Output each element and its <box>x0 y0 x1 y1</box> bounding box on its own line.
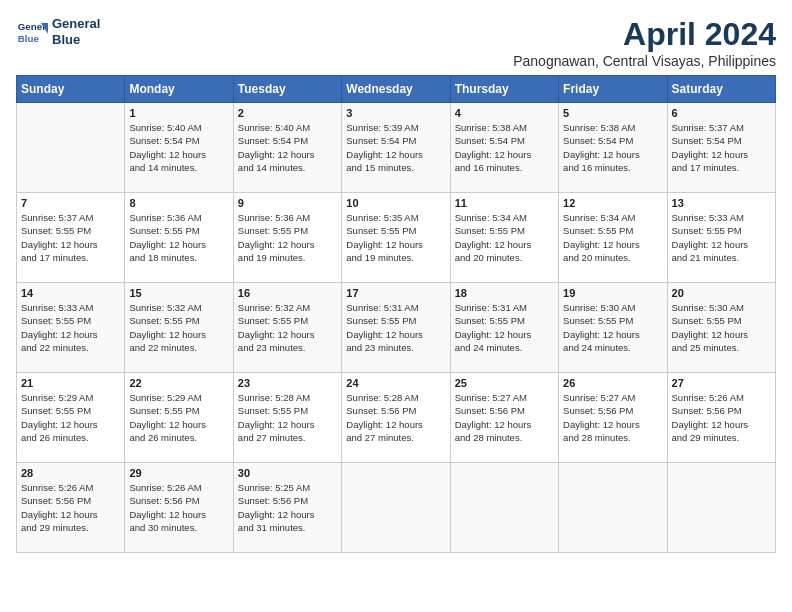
day-cell: 25Sunrise: 5:27 AM Sunset: 5:56 PM Dayli… <box>450 373 558 463</box>
day-number: 20 <box>672 287 771 299</box>
day-cell: 5Sunrise: 5:38 AM Sunset: 5:54 PM Daylig… <box>559 103 667 193</box>
day-info: Sunrise: 5:36 AM Sunset: 5:55 PM Dayligh… <box>129 211 228 264</box>
day-info: Sunrise: 5:33 AM Sunset: 5:55 PM Dayligh… <box>21 301 120 354</box>
day-cell: 24Sunrise: 5:28 AM Sunset: 5:56 PM Dayli… <box>342 373 450 463</box>
day-info: Sunrise: 5:34 AM Sunset: 5:55 PM Dayligh… <box>563 211 662 264</box>
day-number: 14 <box>21 287 120 299</box>
day-info: Sunrise: 5:35 AM Sunset: 5:55 PM Dayligh… <box>346 211 445 264</box>
day-number: 3 <box>346 107 445 119</box>
day-number: 6 <box>672 107 771 119</box>
day-cell: 27Sunrise: 5:26 AM Sunset: 5:56 PM Dayli… <box>667 373 775 463</box>
day-info: Sunrise: 5:32 AM Sunset: 5:55 PM Dayligh… <box>129 301 228 354</box>
day-cell: 30Sunrise: 5:25 AM Sunset: 5:56 PM Dayli… <box>233 463 341 553</box>
day-cell: 19Sunrise: 5:30 AM Sunset: 5:55 PM Dayli… <box>559 283 667 373</box>
day-cell: 18Sunrise: 5:31 AM Sunset: 5:55 PM Dayli… <box>450 283 558 373</box>
day-info: Sunrise: 5:32 AM Sunset: 5:55 PM Dayligh… <box>238 301 337 354</box>
day-info: Sunrise: 5:37 AM Sunset: 5:54 PM Dayligh… <box>672 121 771 174</box>
day-cell: 15Sunrise: 5:32 AM Sunset: 5:55 PM Dayli… <box>125 283 233 373</box>
day-number: 29 <box>129 467 228 479</box>
day-cell: 8Sunrise: 5:36 AM Sunset: 5:55 PM Daylig… <box>125 193 233 283</box>
day-number: 2 <box>238 107 337 119</box>
day-cell: 13Sunrise: 5:33 AM Sunset: 5:55 PM Dayli… <box>667 193 775 283</box>
day-info: Sunrise: 5:40 AM Sunset: 5:54 PM Dayligh… <box>129 121 228 174</box>
day-number: 1 <box>129 107 228 119</box>
day-number: 17 <box>346 287 445 299</box>
day-cell <box>559 463 667 553</box>
day-info: Sunrise: 5:31 AM Sunset: 5:55 PM Dayligh… <box>346 301 445 354</box>
day-number: 15 <box>129 287 228 299</box>
day-info: Sunrise: 5:27 AM Sunset: 5:56 PM Dayligh… <box>455 391 554 444</box>
day-info: Sunrise: 5:40 AM Sunset: 5:54 PM Dayligh… <box>238 121 337 174</box>
day-number: 12 <box>563 197 662 209</box>
day-cell: 22Sunrise: 5:29 AM Sunset: 5:55 PM Dayli… <box>125 373 233 463</box>
day-number: 30 <box>238 467 337 479</box>
day-number: 26 <box>563 377 662 389</box>
day-cell <box>342 463 450 553</box>
title-block: April 2024 Panognawan, Central Visayas, … <box>513 16 776 69</box>
day-info: Sunrise: 5:26 AM Sunset: 5:56 PM Dayligh… <box>21 481 120 534</box>
header-cell-sunday: Sunday <box>17 76 125 103</box>
logo-icon: General Blue <box>16 16 48 48</box>
header-cell-wednesday: Wednesday <box>342 76 450 103</box>
calendar-table: SundayMondayTuesdayWednesdayThursdayFrid… <box>16 75 776 553</box>
month-title: April 2024 <box>513 16 776 53</box>
day-number: 11 <box>455 197 554 209</box>
week-row-5: 28Sunrise: 5:26 AM Sunset: 5:56 PM Dayli… <box>17 463 776 553</box>
day-info: Sunrise: 5:37 AM Sunset: 5:55 PM Dayligh… <box>21 211 120 264</box>
day-number: 8 <box>129 197 228 209</box>
day-number: 24 <box>346 377 445 389</box>
day-info: Sunrise: 5:29 AM Sunset: 5:55 PM Dayligh… <box>129 391 228 444</box>
day-cell: 7Sunrise: 5:37 AM Sunset: 5:55 PM Daylig… <box>17 193 125 283</box>
day-cell: 28Sunrise: 5:26 AM Sunset: 5:56 PM Dayli… <box>17 463 125 553</box>
day-cell: 29Sunrise: 5:26 AM Sunset: 5:56 PM Dayli… <box>125 463 233 553</box>
day-number: 22 <box>129 377 228 389</box>
header-row: SundayMondayTuesdayWednesdayThursdayFrid… <box>17 76 776 103</box>
day-number: 18 <box>455 287 554 299</box>
day-cell: 26Sunrise: 5:27 AM Sunset: 5:56 PM Dayli… <box>559 373 667 463</box>
day-cell <box>17 103 125 193</box>
day-cell: 10Sunrise: 5:35 AM Sunset: 5:55 PM Dayli… <box>342 193 450 283</box>
header-cell-monday: Monday <box>125 76 233 103</box>
day-cell: 6Sunrise: 5:37 AM Sunset: 5:54 PM Daylig… <box>667 103 775 193</box>
day-cell: 9Sunrise: 5:36 AM Sunset: 5:55 PM Daylig… <box>233 193 341 283</box>
logo-text: General Blue <box>52 16 100 47</box>
day-number: 5 <box>563 107 662 119</box>
day-number: 19 <box>563 287 662 299</box>
day-number: 9 <box>238 197 337 209</box>
week-row-2: 7Sunrise: 5:37 AM Sunset: 5:55 PM Daylig… <box>17 193 776 283</box>
day-cell: 21Sunrise: 5:29 AM Sunset: 5:55 PM Dayli… <box>17 373 125 463</box>
day-cell: 1Sunrise: 5:40 AM Sunset: 5:54 PM Daylig… <box>125 103 233 193</box>
day-info: Sunrise: 5:38 AM Sunset: 5:54 PM Dayligh… <box>455 121 554 174</box>
logo: General Blue General Blue <box>16 16 100 48</box>
day-info: Sunrise: 5:36 AM Sunset: 5:55 PM Dayligh… <box>238 211 337 264</box>
calendar-header: SundayMondayTuesdayWednesdayThursdayFrid… <box>17 76 776 103</box>
day-info: Sunrise: 5:33 AM Sunset: 5:55 PM Dayligh… <box>672 211 771 264</box>
day-cell: 3Sunrise: 5:39 AM Sunset: 5:54 PM Daylig… <box>342 103 450 193</box>
day-number: 7 <box>21 197 120 209</box>
subtitle: Panognawan, Central Visayas, Philippines <box>513 53 776 69</box>
header-cell-tuesday: Tuesday <box>233 76 341 103</box>
day-number: 4 <box>455 107 554 119</box>
day-cell: 17Sunrise: 5:31 AM Sunset: 5:55 PM Dayli… <box>342 283 450 373</box>
day-number: 28 <box>21 467 120 479</box>
day-info: Sunrise: 5:30 AM Sunset: 5:55 PM Dayligh… <box>563 301 662 354</box>
day-info: Sunrise: 5:26 AM Sunset: 5:56 PM Dayligh… <box>129 481 228 534</box>
day-info: Sunrise: 5:38 AM Sunset: 5:54 PM Dayligh… <box>563 121 662 174</box>
day-cell: 14Sunrise: 5:33 AM Sunset: 5:55 PM Dayli… <box>17 283 125 373</box>
day-info: Sunrise: 5:29 AM Sunset: 5:55 PM Dayligh… <box>21 391 120 444</box>
day-cell: 16Sunrise: 5:32 AM Sunset: 5:55 PM Dayli… <box>233 283 341 373</box>
day-info: Sunrise: 5:25 AM Sunset: 5:56 PM Dayligh… <box>238 481 337 534</box>
day-cell: 12Sunrise: 5:34 AM Sunset: 5:55 PM Dayli… <box>559 193 667 283</box>
day-number: 23 <box>238 377 337 389</box>
day-info: Sunrise: 5:28 AM Sunset: 5:55 PM Dayligh… <box>238 391 337 444</box>
day-info: Sunrise: 5:30 AM Sunset: 5:55 PM Dayligh… <box>672 301 771 354</box>
day-info: Sunrise: 5:34 AM Sunset: 5:55 PM Dayligh… <box>455 211 554 264</box>
day-number: 10 <box>346 197 445 209</box>
day-cell <box>450 463 558 553</box>
day-number: 21 <box>21 377 120 389</box>
day-number: 27 <box>672 377 771 389</box>
header-cell-thursday: Thursday <box>450 76 558 103</box>
day-number: 16 <box>238 287 337 299</box>
day-cell: 2Sunrise: 5:40 AM Sunset: 5:54 PM Daylig… <box>233 103 341 193</box>
header-cell-saturday: Saturday <box>667 76 775 103</box>
